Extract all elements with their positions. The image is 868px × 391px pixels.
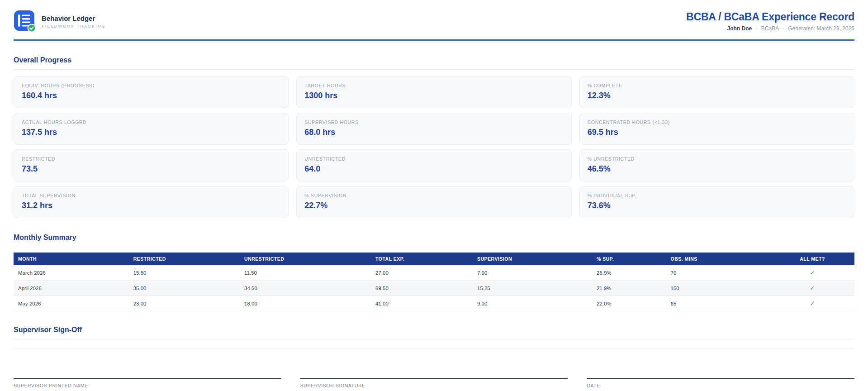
column-header: TOTAL EXP.: [371, 253, 473, 265]
signature-grid: SUPERVISOR PRINTED NAMESUPERVISOR SIGNAT…: [14, 378, 854, 388]
stat-label: % COMPLETE: [588, 83, 846, 88]
stat-card: SUPERVISED HOURS68.0 hrs: [296, 113, 571, 145]
meta-separator: ·: [780, 25, 787, 32]
stat-card: RESTRICTED73.5: [14, 149, 289, 181]
stat-card: % INDIVIDUAL SUP.73.6%: [579, 186, 854, 218]
stat-card: ACTUAL HOURS LOGGED137.5 hrs: [14, 113, 289, 145]
table-cell: 21.9%: [592, 281, 666, 296]
monthly-summary-heading: Monthly Summary: [14, 234, 854, 247]
title-block: BCBA / BCaBA Experience Record John Doe …: [686, 11, 854, 32]
table-cell: 22.0%: [592, 296, 666, 311]
stat-label: % UNRESTRICTED: [588, 156, 846, 162]
meta-separator: ·: [754, 25, 760, 32]
stat-value: 12.3%: [588, 91, 846, 100]
table-cell: 150: [666, 281, 771, 296]
stat-value: 46.5%: [588, 164, 846, 174]
all-met-check-icon: ✓: [770, 265, 854, 281]
stat-label: SUPERVISED HOURS: [304, 119, 563, 125]
brand-name: Behavior Ledger: [42, 14, 106, 22]
stat-value: 68.0 hrs: [304, 128, 563, 137]
table-cell: 70: [666, 265, 771, 281]
stat-label: % SUPERVISION: [304, 193, 563, 198]
experience-record-page: Behavior Ledger FIELDWORK TRACKING BCBA …: [0, 0, 868, 388]
table-cell: 27.00: [371, 265, 473, 281]
column-header: OBS. MINS: [666, 253, 771, 265]
column-header: SUPERVISION: [473, 253, 592, 265]
cert-type: BCaBA: [761, 25, 779, 32]
stat-label: UNRESTRICTED: [304, 156, 563, 162]
stat-value: 64.0: [304, 164, 563, 174]
stat-card: % UNRESTRICTED46.5%: [579, 149, 854, 181]
column-header: UNRESTRICTED: [240, 253, 371, 265]
stat-label: TARGET HOURS: [304, 83, 563, 88]
stat-card: EQUIV. HOURS (PROGRESS)160.4 hrs: [14, 76, 289, 108]
column-header: RESTRICTED: [129, 253, 240, 265]
stat-label: EQUIV. HOURS (PROGRESS): [22, 83, 280, 88]
signature-block: DATE: [587, 378, 854, 388]
stat-value: 1300 hrs: [304, 91, 563, 100]
table-row: March 202615.5011.5027.007.0025.9%70✓: [14, 265, 854, 281]
stat-card: UNRESTRICTED64.0: [296, 149, 571, 181]
signature-label: SUPERVISOR SIGNATURE: [300, 383, 568, 388]
signature-label: DATE: [587, 383, 854, 388]
table-cell: 34.50: [240, 281, 371, 296]
table-cell: 9.00: [473, 296, 592, 311]
trainee-name: John Doe: [727, 25, 752, 32]
table-cell: 35.00: [129, 281, 240, 296]
column-header: % SUP.: [592, 253, 666, 265]
table-cell: 23.00: [129, 296, 240, 311]
table-cell: 7.00: [473, 265, 592, 281]
stat-card: % COMPLETE12.3%: [579, 76, 854, 108]
signoff-divider: [14, 348, 854, 349]
table-row: May 202623.0018.0041.009.0022.0%65✓: [14, 296, 854, 311]
table-cell: 69.50: [371, 281, 473, 296]
table-cell: 15.25: [473, 281, 592, 296]
brand-tagline: FIELDWORK TRACKING: [42, 24, 106, 29]
table-cell: 25.9%: [592, 265, 666, 281]
monthly-summary-table: MONTHRESTRICTEDUNRESTRICTEDTOTAL EXP.SUP…: [14, 253, 854, 311]
brand: Behavior Ledger FIELDWORK TRACKING: [14, 10, 106, 33]
brand-text: Behavior Ledger FIELDWORK TRACKING: [42, 14, 106, 29]
supervisor-signoff-heading: Supervisor Sign-Off: [14, 326, 854, 339]
stat-value: 69.5 hrs: [588, 128, 846, 137]
stat-value: 160.4 hrs: [22, 91, 280, 100]
app-logo-icon: [14, 10, 36, 33]
monthly-summary-section: Monthly Summary MONTHRESTRICTEDUNRESTRIC…: [14, 234, 854, 311]
doc-meta: John Doe · BCaBA · Generated: March 29, …: [686, 25, 854, 32]
supervisor-signoff-section: Supervisor Sign-Off SUPERVISOR PRINTED N…: [14, 326, 854, 388]
column-header: MONTH: [14, 253, 129, 265]
all-met-check-icon: ✓: [770, 296, 854, 311]
page-header: Behavior Ledger FIELDWORK TRACKING BCBA …: [14, 0, 854, 41]
stat-label: ACTUAL HOURS LOGGED: [22, 119, 280, 125]
stat-card: CONCENTRATED HOURS (×1.33)69.5 hrs: [579, 113, 854, 145]
stat-value: 22.7%: [304, 201, 563, 210]
stat-label: % INDIVIDUAL SUP.: [588, 193, 846, 198]
stat-value: 31.2 hrs: [22, 201, 280, 210]
signature-block: SUPERVISOR PRINTED NAME: [14, 378, 281, 388]
table-cell: March 2026: [14, 265, 129, 281]
column-header: ALL MET?: [770, 253, 854, 265]
stat-card: TARGET HOURS1300 hrs: [296, 76, 571, 108]
table-row: April 202635.0034.5069.5015.2521.9%150✓: [14, 281, 854, 296]
table-cell: 11.50: [240, 265, 371, 281]
signature-label: SUPERVISOR PRINTED NAME: [14, 383, 281, 388]
table-cell: May 2026: [14, 296, 129, 311]
table-cell: 15.50: [129, 265, 240, 281]
stat-label: TOTAL SUPERVISION: [22, 193, 280, 198]
stat-card: TOTAL SUPERVISION31.2 hrs: [14, 186, 289, 218]
stat-value: 73.5: [22, 164, 280, 174]
stat-label: CONCENTRATED HOURS (×1.33): [588, 119, 846, 125]
table-cell: 41.00: [371, 296, 473, 311]
page-title: BCBA / BCaBA Experience Record: [686, 11, 854, 23]
stat-card: % SUPERVISION22.7%: [296, 186, 571, 218]
table-cell: 18.00: [240, 296, 371, 311]
overall-progress-section: Overall Progress EQUIV. HOURS (PROGRESS)…: [14, 56, 854, 218]
stat-label: RESTRICTED: [22, 156, 280, 162]
table-cell: April 2026: [14, 281, 129, 296]
stat-value: 73.6%: [588, 201, 846, 210]
stat-value: 137.5 hrs: [22, 128, 280, 137]
overall-progress-heading: Overall Progress: [14, 56, 854, 70]
stat-cards-grid: EQUIV. HOURS (PROGRESS)160.4 hrsTARGET H…: [14, 76, 854, 218]
table-cell: 65: [666, 296, 771, 311]
generated-date: Generated: March 29, 2026: [788, 25, 854, 32]
